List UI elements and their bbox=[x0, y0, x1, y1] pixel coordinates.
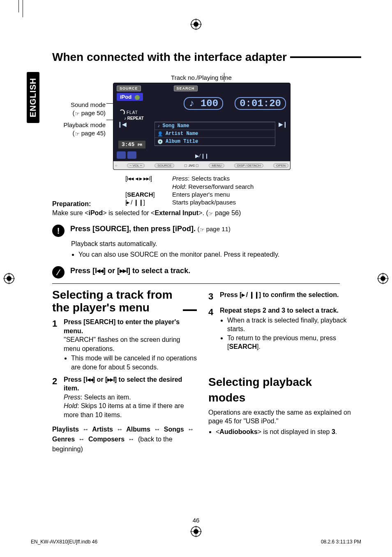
substep-number: 2 bbox=[52, 375, 60, 420]
print-footer: EN_KW-AVX810[EU]ff.indb 46 08.2.6 3:11:1… bbox=[31, 539, 361, 545]
device-screenshot: Track no./Playing time SOURCE SEARCH iPo… bbox=[113, 74, 290, 170]
separator-rule bbox=[52, 283, 340, 284]
step-1-lead: Press [SOURCE], then press [iPod]. bbox=[70, 225, 196, 233]
substep-4-bullet-1: When a track is selected finally, playba… bbox=[227, 316, 353, 334]
artist-icon: 👤 bbox=[157, 131, 163, 137]
subsection-heading: Selecting a track from the player's menu bbox=[52, 289, 197, 314]
substep-4: 4 Repeat steps 2 and 3 to select a track… bbox=[208, 306, 353, 351]
step-number-icon: ⁄ bbox=[52, 266, 65, 278]
substep-2: 2 Press [I◂◂] or [▸▸I] to select the des… bbox=[52, 375, 197, 420]
bidir-arrow-icon: ↔ bbox=[128, 434, 135, 444]
menu-item: Playlists bbox=[52, 426, 79, 433]
clock-display: 3:45 PM bbox=[118, 141, 145, 149]
album-title: Album Title bbox=[166, 139, 198, 144]
substep-1-lead: Press [SEARCH] to enter the player's men… bbox=[64, 318, 197, 335]
page-number: 46 bbox=[31, 517, 361, 524]
heading-rule bbox=[183, 309, 197, 311]
label-playback-mode-ref: page 45) bbox=[80, 130, 106, 137]
clock-time: 3:45 bbox=[122, 142, 134, 148]
pointer-icon: ☞ bbox=[200, 227, 205, 233]
eq-flat-label: FLAT bbox=[127, 110, 138, 115]
label-track-info: Track no./Playing time bbox=[113, 74, 290, 81]
bidir-arrow-icon: ↔ bbox=[78, 434, 85, 444]
substep-number: 1 bbox=[52, 318, 60, 372]
skip-back-icon[interactable]: ❙◀ bbox=[118, 121, 126, 128]
vol-label: VOL bbox=[133, 164, 139, 167]
hardware-button-strip: ○ − VOL + SOURCE ▢ JVC ▢ MENU DISP / DET… bbox=[113, 161, 290, 169]
open-hw-button[interactable]: OPEN bbox=[273, 163, 288, 168]
preparation-text: Make sure <iPod> is selected for <Extern… bbox=[52, 209, 241, 216]
menu-item: Songs bbox=[164, 426, 184, 433]
note-icon: ♪ bbox=[157, 123, 160, 128]
att-icon[interactable]: ○ bbox=[115, 164, 117, 167]
footer-timestamp: 08.2.6 3:11:13 PM bbox=[321, 539, 361, 545]
source-hw-button[interactable]: SOURCE bbox=[154, 163, 174, 168]
control-desc: Enters player's menu bbox=[172, 191, 230, 198]
control-key-search: [SEARCH] bbox=[125, 191, 165, 198]
step-number-icon: ! bbox=[52, 225, 65, 237]
play-time-display: 0:01:20 bbox=[235, 97, 286, 110]
menu-item: Artists bbox=[92, 426, 113, 433]
heading-rule bbox=[290, 56, 361, 58]
step-1: ! Press [SOURCE], then press [iPod]. (☞ … bbox=[52, 225, 361, 237]
substep-3: 3 Press [▸ / ❙❙] to confirm the selectio… bbox=[208, 290, 353, 303]
crop-mark-icon bbox=[18, 0, 19, 12]
play-pause-indicator[interactable]: ▶ ∕ ❙❙ bbox=[113, 153, 290, 159]
menu-item: Albums bbox=[126, 426, 150, 433]
repeat-label: REPEAT bbox=[127, 116, 144, 121]
control-desc: Starts playback/pauses bbox=[172, 199, 236, 206]
substep-2-hold: Hold: Skips 10 items at a time if there … bbox=[64, 402, 197, 419]
footer-filename: EN_KW-AVX810[EU]ff.indb 46 bbox=[31, 539, 97, 545]
step-2-lead: Press [I◂◂] or [▸▸I] to select a track. bbox=[70, 267, 190, 275]
subsection-heading-text: Selecting a track from the player's menu bbox=[52, 289, 180, 314]
registration-mark-icon bbox=[190, 19, 202, 30]
eq-indicator: FLAT bbox=[119, 109, 138, 115]
disp-hw-button[interactable]: DISP / DETACH bbox=[234, 163, 264, 168]
registration-mark-icon bbox=[377, 273, 389, 284]
control-desc: Hold: Reverse/forward search bbox=[172, 183, 254, 190]
disc-icon bbox=[135, 95, 140, 100]
step-1-auto: Playback starts automatically. bbox=[71, 239, 361, 248]
control-key-play: [▸ / ❙❙] bbox=[125, 199, 165, 206]
source-value: iPod bbox=[120, 94, 131, 100]
device-screen: SOURCE SEARCH iPod ♪ 100 0:01:20 FLAT ♪ … bbox=[113, 83, 291, 170]
menu-path: Playlists ↔ Artists ↔ Albums ↔ Songs ↔ G… bbox=[52, 425, 197, 454]
pointer-icon: ☞ bbox=[75, 110, 80, 118]
label-sound-mode-ref: page 50) bbox=[80, 109, 106, 116]
button-source[interactable]: SOURCE bbox=[117, 86, 141, 91]
substep-2-press: Press: Selects an item. bbox=[64, 393, 197, 402]
language-tab: ENGLISH bbox=[27, 72, 39, 123]
step-2: ⁄ Press [I◂◂] or [▸▸I] to select a track… bbox=[52, 266, 361, 278]
section-heading-text: When connected with the interface adapte… bbox=[52, 51, 287, 64]
menu-item: Genres bbox=[52, 436, 75, 443]
substep-2-lead: Press [I◂◂] or [▸▸I] to select the desir… bbox=[64, 375, 197, 393]
step-1-ref: (☞ page 11) bbox=[198, 225, 231, 232]
playback-modes-bullet: <Audiobooks> is not displayed in step 3. bbox=[216, 427, 353, 436]
skip-forward-icon[interactable]: ▶❙ bbox=[279, 121, 287, 128]
subsection-heading-text: Selecting playback modes bbox=[208, 374, 350, 406]
clock-ampm: PM bbox=[138, 143, 142, 147]
bidir-arrow-icon: ↔ bbox=[82, 425, 89, 434]
artist-name: Artist Name bbox=[166, 131, 198, 137]
bidir-arrow-icon: ↔ bbox=[116, 425, 123, 434]
preparation-title: Preparation: bbox=[52, 200, 91, 207]
label-sound-mode: Sound mode bbox=[71, 101, 106, 108]
substep-3-lead: Press [▸ / ❙❙] to confirm the selection. bbox=[220, 290, 339, 299]
track-info-panel: ♪Song Name 👤Artist Name 💿Album Title bbox=[154, 122, 275, 146]
crop-mark-icon bbox=[23, 0, 23, 17]
control-key-track: [I◂◂ ◂ ▸ ▸▸I] bbox=[125, 175, 165, 182]
vol-button[interactable]: − VOL + bbox=[127, 163, 145, 168]
button-search[interactable]: SEARCH bbox=[174, 86, 198, 91]
brand-label: ▢ JVC ▢ bbox=[184, 164, 199, 167]
bidir-arrow-icon: ↔ bbox=[187, 425, 194, 434]
substep-1-body: "SEARCH" flashes on the screen during me… bbox=[64, 335, 197, 353]
subsection-heading: Selecting playback modes bbox=[208, 374, 353, 406]
bidir-arrow-icon: ↔ bbox=[154, 425, 160, 434]
substep-1: 1 Press [SEARCH] to enter the player's m… bbox=[52, 318, 197, 372]
registration-mark-icon bbox=[3, 273, 15, 284]
left-column: Selecting a track from the player's menu… bbox=[52, 289, 197, 454]
album-icon: 💿 bbox=[157, 139, 163, 144]
substep-number: 4 bbox=[208, 306, 216, 351]
menu-hw-button[interactable]: MENU bbox=[209, 163, 224, 168]
substep-4-bullet-2: To return to the previous menu, press [S… bbox=[227, 334, 353, 351]
